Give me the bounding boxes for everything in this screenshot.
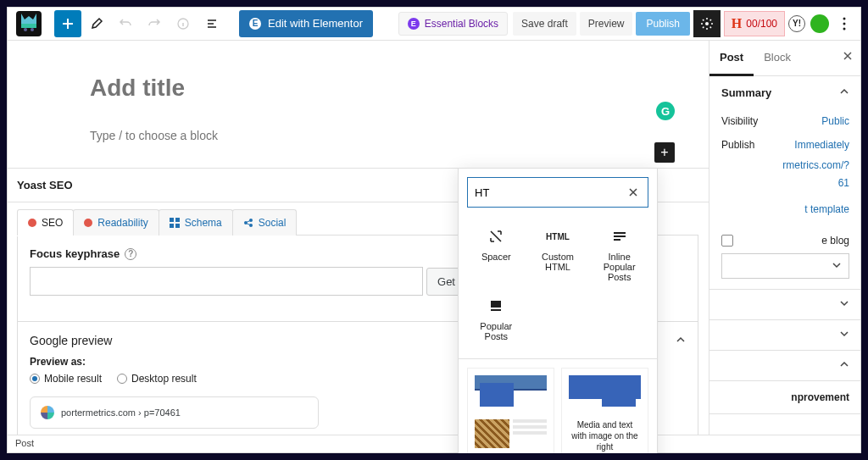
tab-block[interactable]: Block: [754, 41, 801, 75]
favicon-icon: [41, 406, 54, 419]
svg-rect-18: [614, 239, 620, 241]
schema-icon: [170, 218, 180, 228]
save-draft-button[interactable]: Save draft: [513, 12, 576, 36]
edit-mode-button[interactable]: [83, 10, 110, 37]
url-value-line1[interactable]: rmetrics.com/?: [721, 157, 849, 175]
desktop-result-radio[interactable]: Desktop result: [117, 373, 197, 385]
pattern-preview-b-img: [475, 419, 509, 448]
pattern-media-text-right[interactable]: Media and text with image on the right: [561, 368, 648, 453]
svg-rect-9: [170, 218, 174, 222]
focus-keyphrase-input[interactable]: [30, 267, 423, 296]
publish-value[interactable]: Immediately: [794, 139, 849, 151]
sticky-label: e blog: [740, 235, 849, 247]
popular-icon: [469, 296, 524, 316]
svg-rect-1: [21, 24, 36, 28]
readability-status-icon: [84, 219, 92, 227]
svg-rect-16: [614, 232, 626, 234]
edit-with-elementor-button[interactable]: E Edit with Elementor: [239, 10, 373, 37]
focus-keyphrase-label: Focus keyphrase: [30, 247, 120, 260]
elementor-icon: E: [249, 18, 261, 30]
svg-point-14: [249, 219, 253, 222]
mobile-result-radio[interactable]: Mobile result: [30, 373, 102, 385]
collapsed-section-2[interactable]: [709, 320, 861, 351]
block-inline-popular-posts[interactable]: Inline Popular Posts: [588, 219, 650, 289]
inline-popular-icon: [592, 226, 647, 247]
collapsed-section-4[interactable]: nprovement: [709, 381, 861, 414]
block-search-field[interactable]: [467, 177, 648, 208]
url-value-line2[interactable]: 61: [721, 175, 849, 192]
grammarly-icon[interactable]: G: [656, 102, 675, 120]
radio-icon: [117, 374, 127, 384]
google-preview-card: portermetrics.com › p=70461: [30, 396, 319, 429]
block-search-input[interactable]: [475, 186, 626, 199]
clear-search-button[interactable]: [626, 185, 641, 200]
chevron-down-icon: [839, 298, 849, 311]
visibility-label: Visibility: [721, 115, 758, 127]
svg-rect-19: [491, 301, 501, 308]
svg-point-8: [843, 27, 846, 30]
pattern-preview-c: [569, 375, 641, 414]
visibility-value[interactable]: Public: [821, 115, 849, 127]
more-options-button[interactable]: [834, 10, 854, 37]
collapsed-section-3[interactable]: [709, 351, 861, 381]
spacer-icon: [469, 226, 524, 247]
radio-checked-icon: [30, 374, 40, 384]
svg-point-3: [31, 28, 34, 31]
chevron-up-icon[interactable]: [839, 86, 849, 99]
site-logo[interactable]: [14, 8, 44, 39]
settings-button[interactable]: [693, 10, 721, 37]
svg-point-6: [843, 17, 846, 19]
tab-seo[interactable]: SEO: [17, 209, 74, 236]
collapsed-section-1[interactable]: [709, 290, 861, 320]
footer-breadcrumb: Post: [7, 435, 861, 453]
publish-button[interactable]: Publish: [636, 12, 689, 36]
help-icon[interactable]: ?: [125, 248, 136, 260]
pattern-media-text-left[interactable]: [467, 368, 554, 453]
chevron-up-icon[interactable]: [676, 334, 686, 347]
jetpack-button[interactable]: [810, 14, 829, 33]
seo-status-icon: [28, 219, 36, 227]
tab-post[interactable]: Post: [709, 41, 754, 76]
svg-rect-10: [175, 218, 180, 222]
post-format-select[interactable]: [721, 253, 849, 279]
editor-canvas: Add title Type / to choose a block G +: [7, 41, 709, 159]
social-icon: [243, 218, 253, 228]
tab-readability[interactable]: Readability: [73, 209, 159, 236]
block-prompt[interactable]: Type / to choose a block: [7, 107, 709, 142]
preview-button[interactable]: Preview: [580, 12, 633, 36]
top-toolbar: E Edit with Elementor E Essential Blocks…: [7, 7, 861, 41]
block-custom-html[interactable]: HTML Custom HTML: [527, 219, 589, 289]
yoast-button[interactable]: Y!: [788, 15, 805, 32]
html-icon: HTML: [531, 226, 586, 247]
block-inserter-popover: Spacer HTML Custom HTML Inline Popular P…: [458, 168, 658, 453]
close-sidebar-button[interactable]: [834, 41, 861, 75]
inline-add-block-button[interactable]: +: [654, 142, 675, 163]
add-block-button[interactable]: [54, 10, 81, 37]
post-title-input[interactable]: Add title: [7, 58, 709, 107]
outline-button[interactable]: [198, 10, 225, 37]
template-link[interactable]: t template: [721, 201, 849, 219]
headline-score[interactable]: H00/100: [724, 11, 785, 36]
google-preview-title: Google preview: [30, 334, 112, 347]
svg-rect-11: [170, 224, 174, 228]
tab-social[interactable]: Social: [232, 209, 298, 236]
summary-section-title: Summary: [721, 86, 771, 99]
pattern-preview-a: [475, 375, 547, 414]
essential-blocks-icon: E: [408, 18, 420, 30]
essential-blocks-button[interactable]: E Essential Blocks: [398, 12, 508, 36]
svg-rect-20: [491, 309, 501, 311]
chevron-down-icon: [839, 329, 849, 341]
tab-schema[interactable]: Schema: [159, 209, 233, 236]
svg-point-15: [249, 224, 253, 227]
block-spacer[interactable]: Spacer: [465, 219, 527, 289]
block-popular-posts[interactable]: Popular Posts: [465, 289, 527, 348]
info-button[interactable]: [170, 10, 197, 37]
chevron-down-icon: [832, 260, 842, 273]
sticky-checkbox[interactable]: [721, 235, 733, 247]
svg-point-7: [843, 22, 846, 25]
settings-sidebar: Post Block Summary VisibilityPublic Publ…: [709, 41, 861, 453]
svg-rect-17: [614, 236, 626, 237]
undo-button[interactable]: [112, 10, 139, 37]
publish-label: Publish: [721, 139, 754, 151]
redo-button[interactable]: [141, 10, 168, 37]
